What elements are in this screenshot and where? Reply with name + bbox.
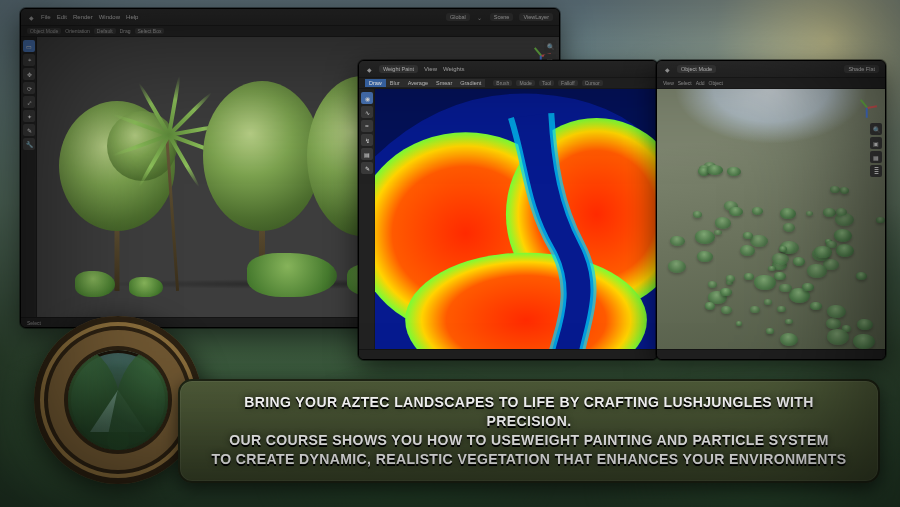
left-toolbar: ▭ ⌖ ✥ ⟳ ⤢ ✦ ✎ 🔧	[21, 37, 37, 317]
plant-instance	[707, 165, 723, 176]
mode-dropdown[interactable]: Object Mode	[677, 65, 716, 73]
subbar-drag[interactable]: Drag	[120, 28, 131, 34]
plant-instance	[826, 318, 842, 329]
tab-smear[interactable]: Smear	[432, 79, 456, 87]
subbar: View Select Add Object	[657, 77, 885, 89]
plant-instance	[743, 232, 752, 238]
tool-select[interactable]: ⌖	[23, 54, 35, 66]
status-left: Select	[27, 320, 41, 326]
caption-banner: Bring your Aztec landscapes to life by c…	[178, 379, 880, 483]
caption-line-3: to create dynamic, realistic vegetation …	[200, 450, 858, 469]
plant-instance	[720, 288, 731, 296]
brush-tool[interactable]: Tool	[539, 80, 554, 86]
plant-instance	[836, 244, 855, 257]
sub-add[interactable]: Add	[696, 80, 705, 86]
tab-blur[interactable]: Blur	[386, 79, 404, 87]
plant-instance	[727, 167, 741, 177]
header-scene[interactable]: Scene	[490, 13, 514, 21]
plant-instance	[705, 302, 716, 309]
plant-instance	[827, 329, 849, 344]
viewport-weightmap[interactable]: User Perspective (1002) Plane.001 Render…	[375, 89, 657, 349]
brush-cursor[interactable]: Cursor	[582, 80, 603, 86]
plant-instance	[714, 230, 722, 235]
tool-draw[interactable]: ◉	[361, 92, 373, 104]
tool-measure[interactable]: 🔧	[23, 138, 35, 150]
plant-instance	[695, 230, 715, 244]
mode-dropdown[interactable]: Object Mode	[27, 28, 61, 34]
plant-instance	[857, 319, 873, 330]
shrub-1	[75, 271, 115, 297]
chevron-down-icon[interactable]: ⌄	[476, 13, 484, 21]
menu-view[interactable]: View	[424, 66, 437, 72]
sub-select[interactable]: Select	[678, 80, 692, 86]
tool-scale[interactable]: ⤢	[23, 96, 35, 108]
tool-blur[interactable]: ∿	[361, 106, 373, 118]
tool-cursor[interactable]: ▭	[23, 40, 35, 52]
tab-draw[interactable]: Draw	[365, 79, 386, 87]
plant-instance	[834, 229, 852, 241]
menu-render[interactable]: Render	[73, 14, 93, 20]
plant-instance	[807, 264, 827, 278]
tool-transform[interactable]: ✦	[23, 110, 35, 122]
left-toolbar: ◉ ∿ ≈ ↯ ▤ ✎	[359, 89, 375, 349]
subbar-orientation[interactable]: Orientation	[65, 28, 89, 34]
plant-instance	[754, 275, 776, 290]
scattered-plants	[657, 89, 885, 349]
sub-view[interactable]: View	[663, 80, 674, 86]
weight-heatmap	[375, 89, 657, 349]
shrub-3	[247, 253, 337, 297]
viewport-terrain[interactable]: 🔍 ▣ ▦ ≣	[657, 89, 885, 349]
tool-sample[interactable]: ✎	[361, 162, 373, 174]
titlebar: ◆ Object Mode Shade Flat	[657, 61, 885, 77]
plant-instance	[802, 283, 814, 291]
plant-instance	[721, 306, 732, 313]
mode-dropdown[interactable]: Weight Paint	[379, 65, 418, 73]
plant-instance	[736, 321, 742, 325]
subbar-selectbox[interactable]: Select Box	[135, 28, 165, 34]
header-global[interactable]: Global	[446, 13, 470, 21]
sub-object[interactable]: Object	[709, 80, 723, 86]
plant-instance	[766, 328, 773, 333]
plant-instance	[780, 208, 796, 219]
tool-move[interactable]: ✥	[23, 68, 35, 80]
plant-instance	[668, 260, 686, 273]
tool-gradient[interactable]: ▤	[361, 148, 373, 160]
menu-weights[interactable]: Weights	[443, 66, 465, 72]
emblem-inner-scene	[68, 350, 168, 450]
titlebar: ◆ Weight Paint View Weights	[359, 61, 657, 77]
plant-instance	[697, 251, 713, 262]
menu-help[interactable]: Help	[126, 14, 138, 20]
plant-instance	[726, 275, 735, 281]
plant-instance	[752, 207, 763, 215]
plant-instance	[780, 333, 798, 346]
blender-window-particle-terrain: ◆ Object Mode Shade Flat View Select Add…	[656, 60, 886, 360]
menu-edit[interactable]: Edit	[57, 14, 67, 20]
tool-smear[interactable]: ↯	[361, 134, 373, 146]
plant-instance	[740, 245, 755, 256]
zoom-icon[interactable]: 🔍	[544, 40, 556, 52]
blender-icon: ◆	[365, 65, 373, 73]
mode-bar: Object Mode Orientation Default Drag Sel…	[21, 25, 559, 37]
tool-average[interactable]: ≈	[361, 120, 373, 132]
header-viewlayer[interactable]: ViewLayer	[519, 13, 553, 21]
tab-gradient[interactable]: Gradient	[456, 79, 485, 87]
plant-instance	[853, 334, 875, 349]
brush-falloff[interactable]: Falloff	[558, 80, 578, 86]
weight-tabs-bar: Draw Blur Average Smear Gradient Brush M…	[359, 77, 657, 89]
header-shade[interactable]: Shade Flat	[844, 65, 879, 73]
menu-file[interactable]: File	[41, 14, 51, 20]
brush-mode[interactable]: Mode	[516, 80, 535, 86]
plant-instance	[768, 266, 776, 271]
menu-window[interactable]: Window	[99, 14, 120, 20]
tool-rotate[interactable]: ⟳	[23, 82, 35, 94]
brush-label[interactable]: Brush	[493, 80, 512, 86]
plant-instance	[823, 208, 836, 217]
plant-instance	[840, 187, 850, 194]
plant-instance	[744, 273, 754, 280]
statusbar	[657, 349, 885, 359]
shrub-2	[129, 277, 163, 297]
tab-average[interactable]: Average	[404, 79, 432, 87]
subbar-default[interactable]: Default	[94, 28, 116, 34]
tool-annotate[interactable]: ✎	[23, 124, 35, 136]
plant-instance	[810, 302, 822, 310]
